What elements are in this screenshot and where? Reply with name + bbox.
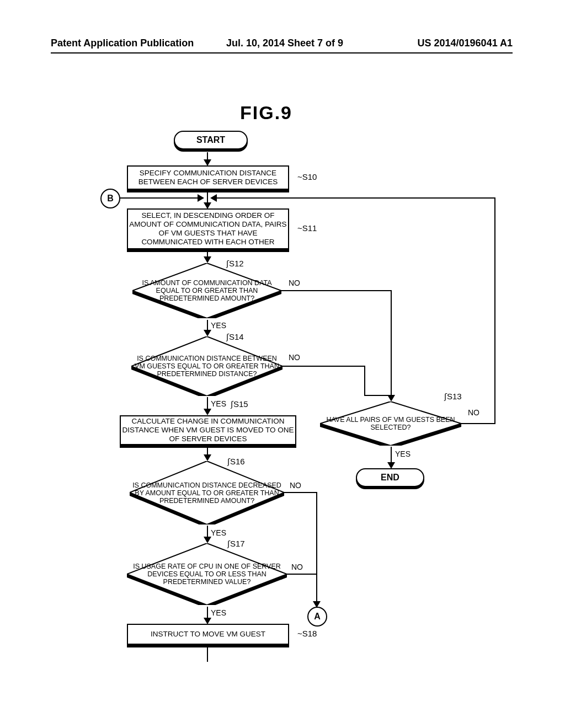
- step-label-s18: ~S18: [297, 629, 317, 638]
- process-text: SELECT, IN DESCENDING ORDER OF AMOUNT OF…: [128, 211, 288, 247]
- edge: [284, 492, 317, 493]
- edge: [281, 290, 392, 291]
- svg-marker-2: [131, 336, 282, 396]
- edge: [461, 423, 495, 424]
- arrowhead-icon: [204, 256, 211, 263]
- step-label-s12: ʃS12: [226, 259, 244, 269]
- process-text: INSTRUCT TO MOVE VM GUEST: [151, 630, 265, 639]
- connector-a: A: [307, 607, 327, 627]
- process-text: CALCULATE CHANGE IN COMMUNICATION DISTAN…: [121, 417, 295, 443]
- header-right: US 2014/0196041 A1: [418, 38, 513, 49]
- process-s18: INSTRUCT TO MOVE VM GUEST: [127, 624, 289, 645]
- svg-marker-8: [127, 543, 287, 605]
- edge-label-no: NO: [290, 481, 301, 490]
- step-label-s15: ʃS15: [231, 399, 248, 409]
- arrowhead-icon: [204, 330, 211, 336]
- edge-label-no: NO: [289, 353, 300, 362]
- header-rule: [51, 52, 513, 53]
- start-node: START: [174, 131, 248, 149]
- edge: [494, 197, 495, 424]
- step-label-s17: ʃS17: [227, 539, 245, 549]
- arrowhead-icon: [204, 409, 211, 415]
- edge: [119, 197, 199, 199]
- decision-s17: IS USAGE RATE OF CPU IN ONE OF SERVER DE…: [127, 543, 287, 605]
- process-text: SPECIFY COMMUNICATION DISTANCE BETWEEN E…: [128, 169, 288, 186]
- step-label-s14: ʃS14: [226, 332, 244, 342]
- page-container: Patent Application Publication Jul. 10, …: [0, 0, 565, 728]
- connector-label: A: [314, 612, 321, 622]
- decision-s16: IS COMMUNICATION DISTANCE DECREASED BY A…: [130, 461, 284, 524]
- process-s10: SPECIFY COMMUNICATION DISTANCE BETWEEN E…: [127, 165, 289, 190]
- edge: [282, 366, 365, 367]
- step-label-s13: ʃS13: [444, 392, 462, 402]
- process-s11: SELECT, IN DESCENDING ORDER OF AMOUNT OF…: [127, 208, 289, 249]
- edge: [364, 366, 365, 396]
- edge: [364, 395, 392, 396]
- edge-label-no: NO: [289, 279, 300, 287]
- edge: [207, 645, 208, 662]
- end-node: END: [356, 468, 424, 487]
- edge: [287, 574, 317, 575]
- process-s15: CALCULATE CHANGE IN COMMUNICATION DISTAN…: [120, 415, 296, 445]
- edge-label-no: NO: [468, 408, 479, 417]
- svg-marker-4: [320, 402, 461, 446]
- edge-label-no: NO: [291, 563, 303, 571]
- end-label: END: [381, 473, 399, 482]
- arrowhead-icon: [204, 454, 211, 461]
- arrowhead-icon: [204, 537, 211, 543]
- decision-s14: IS COMMUNICATION DISTANCE BETWEEN VM GUE…: [131, 336, 282, 396]
- edge: [207, 397, 208, 410]
- svg-marker-6: [130, 461, 284, 524]
- edge-label-yes: YES: [211, 528, 226, 537]
- edge-label-yes: YES: [211, 321, 226, 330]
- header-middle: Jul. 10, 2014 Sheet 7 of 9: [226, 38, 343, 49]
- edge: [207, 607, 208, 619]
- step-label-s10: ~S10: [297, 172, 317, 181]
- edge: [391, 290, 392, 396]
- edge: [207, 526, 208, 538]
- edge: [216, 197, 495, 199]
- decision-s13: HAVE ALL PAIRS OF VM GUESTS BEEN SELECTE…: [320, 402, 461, 446]
- header-left: Patent Application Publication: [51, 38, 194, 49]
- connector-label: B: [107, 194, 114, 204]
- edge: [316, 492, 317, 602]
- edge-label-yes: YES: [395, 449, 411, 458]
- step-label-s11: ~S11: [297, 223, 317, 233]
- svg-marker-0: [132, 263, 281, 318]
- start-label: START: [196, 135, 225, 144]
- edge: [207, 190, 208, 204]
- edge-label-yes: YES: [211, 399, 226, 408]
- decision-s12: IS AMOUNT OF COMMUNICATION DATA EQUAL TO…: [132, 263, 281, 318]
- edge: [391, 447, 392, 463]
- connector-b: B: [100, 189, 120, 208]
- step-label-s16: ʃS16: [227, 457, 245, 467]
- figure-title: FIG.9: [240, 102, 292, 124]
- edge: [207, 320, 208, 331]
- edge-label-yes: YES: [211, 608, 226, 617]
